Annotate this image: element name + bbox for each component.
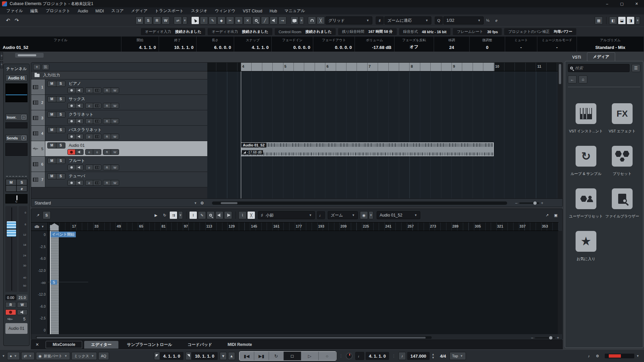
editor-scrub-tool[interactable] — [224, 211, 232, 219]
add-track-button[interactable]: + — [33, 64, 41, 70]
instrument-edit-button[interactable] — [93, 88, 101, 93]
cycle-button[interactable]: ↻ — [269, 352, 284, 360]
minimize-button[interactable]: – — [600, 0, 614, 7]
comment-icon[interactable] — [290, 16, 299, 24]
info-field[interactable]: 長さ6. 0. 0. 0 — [197, 37, 234, 52]
monitor-button[interactable] — [75, 149, 83, 155]
info-value[interactable]: - — [508, 45, 534, 50]
menu-item-MIDI[interactable]: MIDI — [92, 9, 108, 13]
punch-out-button[interactable]: ▲ — [228, 352, 235, 360]
setup-toolbar-icon[interactable]: ▦ — [595, 16, 603, 24]
editor-zoom-tool[interactable] — [207, 211, 215, 219]
media-tile-fx[interactable]: FXVST エフェクト — [609, 103, 636, 134]
record-arm-button[interactable] — [68, 119, 75, 124]
monitor-button[interactable] — [75, 88, 83, 93]
editor-grid-dropdown[interactable]: ♯小節▼ — [258, 211, 315, 219]
pin-icon[interactable]: 📌︎ — [34, 211, 42, 219]
editor-ruler[interactable]: db▼ 117334965819711312914516117719320922… — [31, 222, 558, 231]
info-value[interactable]: 24 — [437, 45, 467, 50]
track-solo-button[interactable]: S — [56, 143, 65, 148]
track-name[interactable]: フルート — [69, 158, 85, 164]
read-automation-button[interactable]: R — [103, 134, 111, 139]
track-name[interactable]: バスクラリネット — [69, 127, 102, 133]
range-selection-tool[interactable]: I — [200, 16, 208, 24]
back-icon[interactable]: ← — [568, 75, 577, 83]
send-slot[interactable] — [5, 143, 28, 156]
fader-track[interactable] — [5, 206, 17, 292]
audio-edit-button[interactable]: o — [93, 149, 101, 155]
edit-channel-button[interactable]: e — [86, 103, 93, 108]
tab-MIDI Remote[interactable]: MIDI Remote — [221, 341, 259, 348]
monitor-button[interactable] — [75, 134, 83, 139]
menu-item-VST Cloud[interactable]: VST Cloud — [239, 9, 266, 13]
right-zone-tab-VSTi[interactable]: VSTi — [567, 54, 586, 61]
edit-channel-button[interactable]: e — [86, 134, 93, 139]
track-row-ピアノ[interactable]: 1MSピアノeRW — [31, 79, 207, 95]
track-solo-button[interactable]: S — [56, 112, 65, 117]
track-name[interactable]: テューバ — [69, 173, 85, 179]
draw-tool[interactable]: ✎ — [209, 16, 217, 24]
arrange-grid[interactable]: Audio 01_52 -17.68 dB — [207, 71, 558, 198]
glue-tool[interactable]: ◆ — [217, 16, 225, 24]
rec-mode-button[interactable]: ●▼ — [7, 352, 20, 360]
read-automation-button[interactable]: R — [103, 149, 111, 155]
track-mute-button[interactable]: M — [48, 127, 56, 133]
audition-play-icon[interactable]: ▶ — [152, 211, 160, 219]
record-arm-button[interactable] — [68, 165, 75, 170]
write-automation-button[interactable]: W — [111, 119, 119, 124]
editor-zoom-slider[interactable] — [535, 337, 555, 339]
mute-tool[interactable]: ✕ — [244, 16, 252, 24]
close-lower-zone-button[interactable]: ✕ — [36, 342, 39, 347]
maximize-button[interactable]: ▢ — [614, 0, 629, 7]
edit-channel-button[interactable]: e — [16, 185, 27, 192]
status-item[interactable]: フレームレート30 fps — [453, 28, 502, 35]
editor-hscrollbar[interactable] — [36, 336, 432, 339]
monitor-button[interactable] — [75, 103, 83, 108]
preview-mode-icon[interactable]: ◉ — [360, 211, 368, 219]
fader-handle[interactable] — [6, 221, 16, 237]
iterative-quantize-icon[interactable]: ¼ — [484, 16, 492, 24]
play-tool[interactable] — [270, 16, 278, 24]
menu-item-メディア[interactable]: メディア — [127, 8, 151, 14]
media-tile-user-preset[interactable]: ユーザープリセット — [569, 188, 603, 219]
edit-channel-button[interactable]: e — [86, 180, 93, 185]
snap-zero-crossing[interactable]: ⌇ — [238, 211, 247, 219]
editor-snap-toggle[interactable]: ╳ — [247, 211, 255, 219]
info-value[interactable]: Standard - Mix — [580, 45, 641, 50]
track-mute-button[interactable]: M — [48, 143, 56, 148]
info-value[interactable]: 0 — [472, 45, 502, 50]
record-arm-button[interactable] — [68, 180, 75, 185]
zoom-tool[interactable] — [252, 16, 260, 24]
record-arm-button[interactable] — [68, 149, 75, 155]
write-automation-button[interactable]: W — [111, 103, 119, 108]
track-solo-button[interactable]: S — [56, 97, 65, 102]
editor-setup-icon[interactable]: ▣ — [552, 211, 560, 219]
info-field[interactable]: ファイルAudio 01_52 — [0, 37, 121, 52]
status-item[interactable]: Control Room接続されました — [275, 28, 336, 35]
right-locator-icon[interactable] — [185, 352, 192, 360]
waveform-editor[interactable]: イベント開始 イベント終了 S 0-2.5-6.0-12.0-oo-12.0-6… — [31, 231, 558, 334]
track-name[interactable]: Audio 01 — [69, 143, 85, 148]
monitor-button[interactable] — [75, 180, 83, 185]
event-select-dropdown[interactable]: Audio 01_52▼ — [377, 211, 420, 219]
status-item[interactable]: プロジェクトのパン補正均等パワー — [504, 28, 576, 35]
editor-solo-badge[interactable]: S — [51, 280, 57, 285]
inspector-width-slider[interactable] — [15, 53, 44, 58]
editor-solo-button[interactable]: S — [43, 211, 51, 219]
track-mute-button[interactable]: M — [48, 112, 56, 117]
automation-dropdown[interactable]: ▼ — [182, 16, 187, 24]
edit-channel-button[interactable]: e — [86, 88, 93, 93]
jog-knob[interactable] — [346, 353, 353, 359]
media-search-box[interactable] — [568, 64, 630, 72]
lower-zone-toggle[interactable]: ⬓ — [618, 16, 626, 24]
record-arm-button[interactable] — [68, 134, 75, 139]
editor-draw-tool[interactable]: ✎ — [198, 211, 206, 219]
zone-setup-dropdown[interactable]: ▼ — [635, 16, 640, 24]
info-field[interactable]: ミュート- — [505, 37, 537, 52]
io-folder-row[interactable]: 入力/出力 — [31, 71, 207, 79]
info-value[interactable]: 6. 0. 0. 0 — [199, 45, 231, 50]
goto-next-marker-button[interactable]: ▶▮ — [254, 352, 269, 360]
event-start-badge[interactable]: イベント開始 — [51, 232, 76, 237]
info-value[interactable]: 10. 1. 1. 0 — [162, 45, 194, 50]
track-row-サックス[interactable]: 2MSサックスeRW — [31, 95, 207, 110]
